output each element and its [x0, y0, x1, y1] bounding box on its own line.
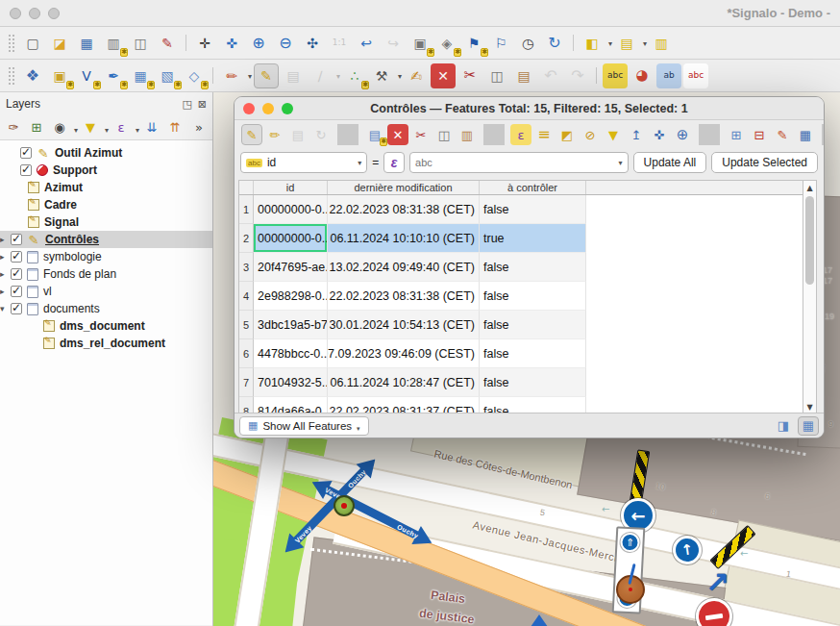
scroll-up-icon[interactable]: ▲: [806, 181, 812, 194]
toolbar-button[interactable]: [596, 67, 597, 84]
cell-id[interactable]: 70104932-5...: [254, 368, 328, 397]
deselect-features-icon[interactable]: ▥: [649, 31, 674, 56]
header-id[interactable]: id: [254, 181, 328, 194]
save-edits-icon[interactable]: ▤: [281, 63, 306, 88]
new-virtual-layer-icon[interactable]: ◇: [182, 63, 207, 88]
form-view-button[interactable]: ◨: [773, 416, 794, 436]
layer-visibility-checkbox[interactable]: [11, 286, 22, 297]
expander-icon[interactable]: [0, 269, 11, 279]
azimut-support[interactable]: [334, 495, 355, 516]
new-geopackage-icon[interactable]: ✒: [101, 63, 126, 88]
layer-item-symbologie[interactable]: symbologie: [0, 248, 212, 265]
value-input[interactable]: [415, 157, 612, 168]
cell-id[interactable]: 00000000-0...: [254, 224, 328, 253]
expression-builder-button[interactable]: ε: [383, 152, 405, 173]
layer-visibility-checkbox[interactable]: [20, 147, 32, 159]
dialog-toolbar-button[interactable]: [483, 124, 505, 145]
pan-map-icon[interactable]: ✛: [192, 31, 217, 56]
cell-a-controler[interactable]: false: [480, 311, 586, 339]
table-row[interactable]: 2 00000000-0... 06.11.2024 10:10:10 (CET…: [239, 224, 803, 253]
cell-modification[interactable]: 07.09.2023 09:46:09 (CEST): [328, 339, 480, 368]
cell-a-controler[interactable]: false: [480, 339, 586, 368]
row-number[interactable]: 7: [239, 368, 254, 397]
layer-item-fonds-de-plan[interactable]: Fonds de plan: [0, 265, 212, 283]
current-edits-icon[interactable]: ✏: [219, 63, 244, 88]
digitize-segment-icon[interactable]: ∕: [308, 63, 333, 88]
new-mesh-layer-icon[interactable]: ▧: [155, 63, 180, 88]
update-all-button[interactable]: Update All: [633, 152, 707, 173]
new-field-icon[interactable]: ⊞: [726, 124, 747, 145]
field-calculator-icon[interactable]: ▦: [795, 124, 816, 145]
support-disc[interactable]: [616, 575, 645, 604]
pan-to-selected-icon[interactable]: ✜: [649, 124, 670, 145]
zoom-next-icon[interactable]: ↪: [381, 31, 406, 56]
field-selector[interactable]: abc id ▾: [240, 152, 367, 173]
save-edits-icon[interactable]: ▤: [287, 124, 309, 145]
zoom-full-icon[interactable]: ✣: [300, 31, 325, 56]
row-number[interactable]: 3: [239, 253, 254, 282]
add-feature-icon[interactable]: ▤: [364, 124, 385, 145]
select-by-value-icon[interactable]: ▤: [614, 31, 639, 56]
update-selected-button[interactable]: Update Selected: [711, 152, 818, 173]
cell-modification[interactable]: 13.02.2024 09:49:40 (CET): [328, 253, 480, 282]
add-group-icon[interactable]: ⊞: [26, 117, 47, 138]
pan-to-selection-icon[interactable]: ✜: [219, 31, 244, 56]
layer-item-dms-rel-document[interactable]: dms_rel_document: [0, 335, 212, 352]
show-bookmarks-icon[interactable]: ⚐: [488, 31, 513, 56]
save-project-icon[interactable]: ▦: [74, 31, 99, 56]
table-row[interactable]: 4 2e988298-0... 22.02.2023 08:31:38 (CET…: [239, 282, 803, 311]
feature-filter-button[interactable]: ▦ Show All Features ▾: [239, 416, 369, 436]
style-manager-icon[interactable]: ✎: [155, 31, 180, 56]
layer-diagram-icon[interactable]: ◕: [630, 63, 655, 88]
move-selection-top-icon[interactable]: ↥: [626, 124, 647, 145]
edit-field-icon[interactable]: ✎: [772, 124, 793, 145]
toolbar-button[interactable]: [8, 66, 15, 86]
dialog-toolbar-button[interactable]: [337, 124, 358, 145]
copy-icon[interactable]: ◫: [433, 124, 455, 145]
copy-features-icon[interactable]: ◫: [484, 63, 509, 88]
zoom-native-icon[interactable]: 1:1: [327, 31, 352, 56]
table-row[interactable]: 1 00000000-0... 22.02.2023 08:31:38 (CET…: [239, 195, 803, 224]
header-modification[interactable]: dernière modification: [328, 181, 480, 194]
zoom-out-icon[interactable]: ⊖: [273, 31, 298, 56]
cell-a-controler[interactable]: false: [480, 253, 586, 282]
scroll-down-icon[interactable]: ▼: [806, 400, 812, 413]
delete-selected-icon[interactable]: ✕: [431, 63, 456, 88]
temporal-controller-icon[interactable]: ◷: [515, 31, 540, 56]
layer-item-support[interactable]: Support: [0, 162, 212, 179]
expander-icon[interactable]: [0, 287, 11, 296]
layer-item-signal[interactable]: Signal: [0, 213, 212, 231]
refresh-map-icon[interactable]: ↻: [542, 31, 567, 56]
modify-attributes-icon[interactable]: ✍: [404, 63, 429, 88]
table-row[interactable]: 6 4478bbcc-0... 07.09.2023 09:46:09 (CES…: [239, 339, 803, 368]
cell-a-controler[interactable]: false: [480, 195, 586, 224]
cell-id[interactable]: 4478bbcc-0...: [254, 339, 328, 368]
zoom-window-button[interactable]: [48, 8, 60, 19]
layer-visibility-checkbox[interactable]: [11, 268, 22, 280]
manage-visibility-icon[interactable]: ◉: [49, 117, 70, 138]
value-combobox[interactable]: ▾: [409, 152, 628, 173]
layer-visibility-checkbox[interactable]: [11, 251, 22, 263]
new-shapefile-icon[interactable]: V: [74, 63, 99, 88]
dialog-zoom-button[interactable]: [282, 103, 293, 114]
zoom-to-selected-icon[interactable]: ⊕: [672, 124, 693, 145]
layer-item-outil-azimut[interactable]: Outil Azimut: [0, 144, 212, 162]
filter-form-icon[interactable]: ▼: [603, 124, 624, 145]
toolbar-button[interactable]: [185, 35, 186, 51]
redo-icon[interactable]: ↷: [565, 63, 590, 88]
close-panel-icon[interactable]: ⊠: [198, 98, 207, 111]
layer-item-cadre[interactable]: Cadre: [0, 196, 212, 213]
scrollbar-thumb[interactable]: [805, 196, 814, 285]
multiedit-icon[interactable]: ✏: [264, 124, 285, 145]
expand-all-icon[interactable]: ⇊: [141, 117, 162, 138]
pin-labels-icon[interactable]: ab: [656, 63, 681, 88]
dialog-toolbar-button[interactable]: [699, 124, 720, 145]
data-source-manager-icon[interactable]: ❖: [20, 63, 45, 88]
layer-visibility-checkbox[interactable]: [11, 303, 22, 314]
row-number[interactable]: 6: [239, 339, 254, 368]
vertical-scrollbar[interactable]: ▲ ▼: [803, 180, 817, 414]
layer-item-documents[interactable]: documents: [0, 300, 212, 317]
filter-legend-icon[interactable]: ▼: [80, 117, 101, 138]
expression-filter-icon[interactable]: ε: [111, 117, 132, 138]
layer-item-azimut[interactable]: Azimut: [0, 179, 212, 196]
